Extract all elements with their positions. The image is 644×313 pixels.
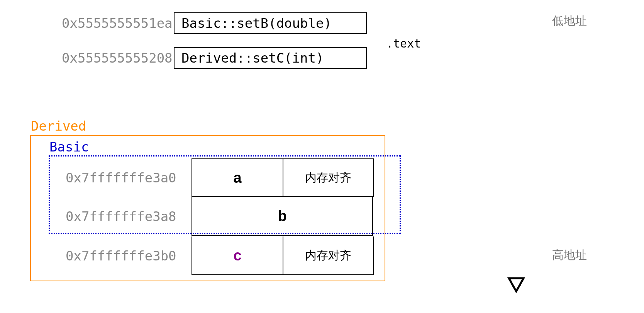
field-cell-a: a bbox=[192, 158, 283, 197]
text-segment-label: .text bbox=[386, 37, 421, 50]
memory-row: 0x7fffffffe3b0 c 内存对齐 bbox=[66, 236, 374, 275]
function-signature-box: Derived::setC(int) bbox=[174, 47, 367, 69]
memory-row: 0x7fffffffe3a0 a 内存对齐 bbox=[66, 158, 374, 197]
svg-marker-1 bbox=[509, 278, 524, 291]
high-address-label: 高地址 bbox=[552, 247, 587, 263]
field-cell-c: c bbox=[192, 236, 283, 275]
basic-class-label: Basic bbox=[49, 139, 89, 155]
memory-address: 0x7fffffffe3b0 bbox=[66, 248, 192, 264]
text-section: 0x5555555551ea Basic::setB(double) 0x555… bbox=[62, 12, 367, 82]
function-address: 0x5555555551ea bbox=[62, 15, 174, 31]
function-row: 0x555555555208 Derived::setC(int) bbox=[62, 47, 367, 69]
memory-direction-arrow bbox=[507, 9, 526, 297]
memory-row: 0x7fffffffe3a8 b bbox=[66, 197, 373, 236]
memory-address: 0x7fffffffe3a0 bbox=[66, 170, 192, 185]
function-signature-box: Basic::setB(double) bbox=[174, 12, 367, 34]
function-address: 0x555555555208 bbox=[62, 50, 174, 66]
memory-address: 0x7fffffffe3a8 bbox=[66, 209, 192, 224]
derived-class-label: Derived bbox=[31, 118, 86, 134]
low-address-label: 低地址 bbox=[552, 13, 587, 29]
padding-cell: 内存对齐 bbox=[283, 158, 374, 197]
padding-cell: 内存对齐 bbox=[283, 236, 374, 275]
field-cell-b: b bbox=[192, 197, 373, 236]
function-row: 0x5555555551ea Basic::setB(double) bbox=[62, 12, 367, 34]
